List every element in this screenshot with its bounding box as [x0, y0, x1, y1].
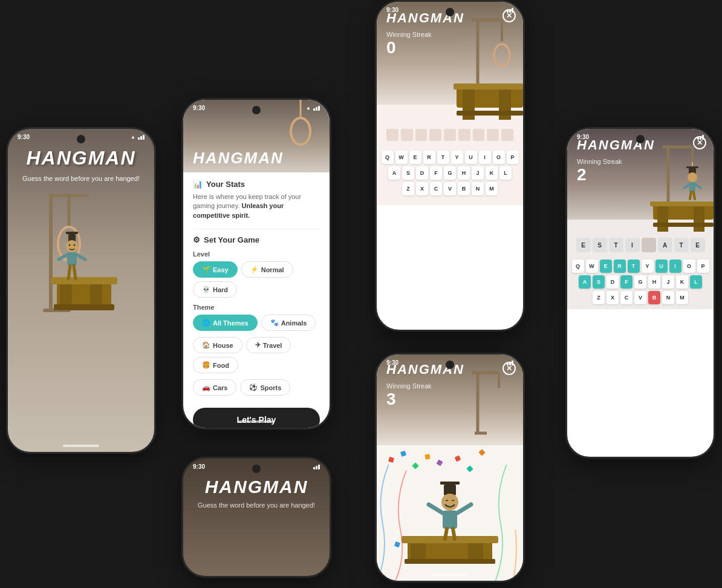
theme-food-button[interactable]: 🍔 Food: [193, 357, 238, 373]
level-easy-button[interactable]: 🌱 Easy: [193, 261, 238, 278]
theme-house-button[interactable]: 🏠 House: [193, 337, 242, 353]
key-G[interactable]: G: [444, 166, 456, 180]
key-row-3: Z X C V B N M: [593, 291, 688, 304]
key-I[interactable]: I: [669, 260, 681, 273]
key-D[interactable]: D: [416, 166, 428, 180]
svg-rect-64: [657, 206, 668, 232]
key-J[interactable]: J: [472, 166, 484, 180]
key-C[interactable]: C: [430, 182, 442, 195]
svg-point-43: [441, 494, 458, 511]
key-N[interactable]: N: [472, 182, 484, 195]
svg-point-14: [74, 244, 76, 246]
svg-rect-8: [90, 284, 102, 307]
key-L[interactable]: L: [690, 275, 702, 289]
phone-header: 9:30 ▲ HANGMAN: [183, 100, 330, 172]
key-Y[interactable]: Y: [451, 151, 463, 164]
confetti-5: [437, 460, 443, 466]
level-normal-button[interactable]: ⚡ Normal: [241, 261, 293, 278]
close-button[interactable]: ✕: [502, 362, 516, 375]
key-row-2: A S D F G H J K L: [388, 166, 512, 180]
normal-icon: ⚡: [250, 266, 259, 273]
theme-sports-button[interactable]: ⚽ Sports: [240, 379, 290, 396]
close-button[interactable]: ✕: [693, 136, 706, 149]
key-F[interactable]: F: [620, 275, 633, 289]
signal-bar-1: [313, 108, 315, 111]
key-X[interactable]: X: [607, 291, 619, 304]
key-I[interactable]: I: [479, 151, 491, 164]
svg-rect-44: [443, 511, 457, 529]
close-button[interactable]: ✕: [502, 9, 516, 22]
theme-animals-button[interactable]: 🐾 Animals: [261, 315, 316, 331]
key-Z[interactable]: Z: [593, 291, 605, 304]
key-D[interactable]: D: [607, 275, 619, 289]
key-K[interactable]: K: [486, 166, 498, 180]
key-A[interactable]: A: [388, 166, 400, 180]
blank-5: [444, 129, 456, 141]
level-hard-button[interactable]: 💀 Hard: [193, 281, 237, 298]
key-V[interactable]: V: [634, 291, 646, 304]
key-L[interactable]: L: [499, 166, 512, 180]
key-R[interactable]: R: [614, 260, 626, 273]
key-B[interactable]: B: [648, 291, 660, 304]
tile-E: E: [576, 238, 591, 252]
svg-line-17: [77, 255, 85, 260]
key-T[interactable]: T: [628, 260, 640, 273]
theme-all-button[interactable]: 🌐 All Themes: [193, 315, 258, 331]
key-G[interactable]: G: [634, 275, 646, 289]
key-U[interactable]: U: [465, 151, 477, 164]
key-E[interactable]: E: [409, 151, 421, 164]
key-N[interactable]: N: [662, 291, 674, 304]
key-V[interactable]: V: [444, 182, 456, 195]
key-T[interactable]: T: [437, 151, 449, 164]
key-W[interactable]: W: [586, 260, 598, 273]
theme-buttons-row3: 🚗 Cars ⚽ Sports: [193, 379, 320, 396]
key-H[interactable]: H: [458, 166, 470, 180]
key-Z[interactable]: Z: [402, 182, 414, 195]
key-O[interactable]: O: [493, 151, 505, 164]
key-M[interactable]: M: [486, 182, 498, 195]
home-bar: [238, 420, 275, 423]
svg-point-26: [494, 44, 510, 66]
house-icon: 🏠: [202, 341, 210, 349]
svg-line-18: [68, 266, 70, 279]
key-E[interactable]: E: [600, 260, 612, 273]
theme-cars-button[interactable]: 🚗 Cars: [193, 379, 236, 396]
key-O[interactable]: O: [683, 260, 695, 273]
theme-travel-button[interactable]: ✈ Travel: [246, 337, 291, 353]
key-X[interactable]: X: [416, 182, 428, 195]
key-Q[interactable]: Q: [382, 151, 394, 164]
key-A[interactable]: A: [579, 275, 591, 289]
key-F[interactable]: F: [430, 166, 442, 180]
svg-rect-9: [54, 304, 114, 310]
scaffold-platform: [650, 198, 714, 232]
key-K[interactable]: K: [676, 275, 688, 289]
home-bar: [432, 573, 468, 576]
svg-line-19: [74, 266, 76, 279]
wifi-icon: ▲: [131, 134, 135, 140]
key-M[interactable]: M: [676, 291, 688, 304]
key-Q[interactable]: Q: [572, 260, 584, 273]
key-S[interactable]: S: [593, 275, 605, 289]
key-J[interactable]: J: [662, 275, 674, 289]
key-P[interactable]: P: [697, 260, 709, 273]
tile-T2: T: [674, 238, 689, 252]
time: 9:30: [386, 359, 398, 366]
app-subtitle: Guess the word before you are hanged!: [198, 501, 315, 510]
travel-label: Travel: [263, 342, 282, 349]
key-P[interactable]: P: [507, 151, 519, 164]
key-C[interactable]: C: [620, 291, 633, 304]
key-R[interactable]: R: [423, 151, 435, 164]
key-B[interactable]: B: [458, 182, 470, 195]
signal-bar-2: [316, 107, 317, 111]
lets-play-button[interactable]: Let's Play: [193, 408, 320, 428]
key-U[interactable]: U: [655, 260, 668, 273]
key-S[interactable]: S: [402, 166, 414, 180]
key-Y[interactable]: Y: [642, 260, 654, 273]
status-bar: 9:30: [377, 359, 523, 366]
key-W[interactable]: W: [395, 151, 408, 164]
cars-icon: 🚗: [202, 384, 210, 391]
svg-rect-63: [650, 201, 714, 206]
key-H[interactable]: H: [648, 275, 660, 289]
signal-bar-3: [318, 106, 320, 111]
time: 9:30: [386, 7, 398, 13]
